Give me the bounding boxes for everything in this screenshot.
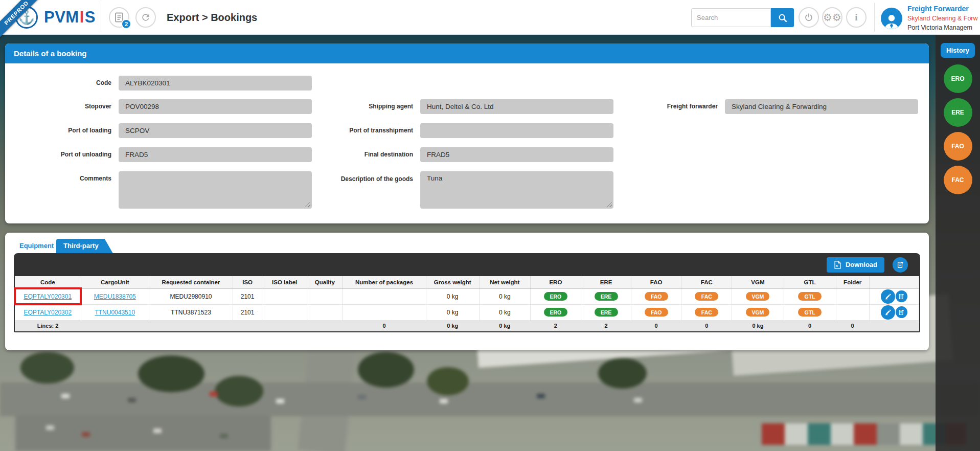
final-destination-label: Final destination (271, 147, 413, 162)
fao-pill[interactable]: FAO (645, 308, 668, 317)
excel-file-icon: x (834, 261, 841, 269)
table-row: EQPTALY020302 TTNU0043510 TTNU3871523 21… (15, 304, 919, 320)
gtl-pill[interactable]: GTL (798, 292, 822, 301)
refresh-button[interactable] (135, 7, 156, 28)
port-of-loading-label: Port of loading (5, 123, 111, 138)
app: History ERO ERE FAO FAC PREPROD ⚓ PVMIS … (0, 0, 980, 451)
search-icon (778, 13, 787, 22)
col-number-of-packages: Number of packages (343, 276, 426, 288)
col-requested-container: Requested container (149, 276, 233, 288)
col-iso-label: ISO label (262, 276, 307, 288)
col-ere: ERE (581, 276, 631, 288)
status-badge-ere[interactable]: ERE (944, 98, 972, 127)
new-document-button[interactable] (893, 257, 908, 273)
edit-row-button[interactable] (881, 305, 895, 320)
cargounit-link[interactable]: TTNU0043510 (95, 309, 135, 316)
table-row: EQPTALY020301 MEDU1838705 MEDU2980910 21… (15, 288, 919, 304)
vgm-pill[interactable]: VGM (746, 308, 769, 317)
user-block[interactable]: Freight Forwarder Skyland Clearing & For… (907, 4, 980, 33)
col-fac: FAC (681, 276, 732, 288)
ero-pill[interactable]: ERO (544, 292, 567, 301)
description-of-goods-field[interactable]: Tuna (420, 171, 613, 209)
col-quality: Quality (307, 276, 343, 288)
row-new-document-button[interactable] (896, 306, 907, 318)
logout-button[interactable] (799, 7, 819, 28)
info-icon: i (855, 12, 857, 23)
ere-pill[interactable]: ERE (595, 292, 618, 301)
gtl-pill[interactable]: GTL (798, 308, 822, 317)
documents-button[interactable]: 2 (109, 7, 129, 28)
equipment-code-link[interactable]: EQPTALY020302 (24, 309, 72, 316)
col-cargounit: CargoUnit (81, 276, 149, 288)
header-divider-2 (874, 3, 875, 32)
stopover-label: Stopover (5, 99, 111, 114)
status-badge-ero[interactable]: ERO (944, 64, 972, 93)
port-of-unloading-label: Port of unloading (5, 147, 111, 162)
port-of-transshipment-label: Port of transshipment (271, 123, 413, 138)
ere-pill[interactable]: ERE (595, 308, 618, 317)
highlighted-code-cell: EQPTALY020301 (15, 288, 81, 304)
table-container: x Download (14, 253, 920, 332)
edit-pencil-icon (884, 293, 892, 300)
table-header-row: Code CargoUnit Requested container ISO I… (15, 276, 919, 288)
fao-pill[interactable]: FAO (645, 292, 668, 301)
status-badge-fao[interactable]: FAO (944, 132, 972, 161)
freight-forwarder-field[interactable] (725, 99, 918, 114)
gears-icon: ⚙⚙︎ (823, 12, 841, 22)
code-field[interactable] (119, 76, 312, 91)
power-icon (804, 13, 813, 22)
new-document-icon (898, 309, 904, 315)
lines-count: Lines: 2 (15, 320, 81, 331)
description-of-goods-label: Description of the goods (271, 171, 413, 183)
download-button[interactable]: x Download (827, 257, 884, 273)
row-new-document-button[interactable] (896, 290, 907, 302)
tab-equipment[interactable]: Equipment (19, 239, 54, 253)
header-divider (101, 3, 101, 32)
fac-pill[interactable]: FAC (695, 308, 718, 317)
equipment-panel: Equipment Third-party x Download (5, 233, 929, 350)
totals-row: Lines: 2 0 0 kg 0 kg 2 2 0 0 0 kg (15, 320, 919, 331)
page-title: Export > Bookings (167, 0, 257, 35)
settings-button[interactable]: ⚙⚙︎ (822, 7, 842, 28)
fac-pill[interactable]: FAC (695, 292, 718, 301)
col-code: Code (15, 276, 81, 288)
history-button[interactable]: History (941, 43, 975, 58)
svg-text:x: x (836, 264, 838, 268)
shipping-agent-label: Shipping agent (271, 99, 413, 114)
vgm-pill[interactable]: VGM (746, 292, 769, 301)
comments-label: Comments (5, 171, 111, 186)
info-button[interactable]: i (846, 7, 867, 28)
col-gtl: GTL (784, 276, 836, 288)
code-label: Code (5, 76, 111, 91)
user-organization: Port Victoria Managem (907, 23, 980, 32)
col-ero: ERO (530, 276, 581, 288)
col-iso: ISO (233, 276, 262, 288)
brand-text: PVMIS (44, 8, 96, 27)
col-fao: FAO (631, 276, 681, 288)
new-document-icon (897, 261, 904, 268)
final-destination-field[interactable] (420, 147, 613, 162)
status-badge-fac[interactable]: FAC (944, 166, 972, 194)
history-sidebar: History ERO ERE FAO FAC (936, 35, 980, 451)
freight-forwarder-label: Freight forwarder (567, 99, 718, 114)
avatar[interactable] (881, 8, 902, 29)
tab-third-party[interactable]: Third-party (56, 239, 113, 253)
edit-row-button[interactable] (881, 289, 895, 304)
search-input[interactable] (691, 8, 771, 27)
col-vgm: VGM (732, 276, 784, 288)
port-of-transshipment-field[interactable] (420, 123, 613, 138)
table-toolbar: x Download (15, 253, 919, 276)
col-folder: Folder (836, 276, 869, 288)
document-count-badge: 2 (121, 19, 131, 29)
user-role: Freight Forwarder (907, 4, 980, 14)
col-actions (869, 276, 919, 288)
search-group (691, 8, 794, 27)
top-header: PREPROD ⚓ PVMIS 2 Export > Bookings (0, 0, 980, 35)
search-button[interactable] (771, 8, 794, 27)
col-net-weight: Net weight (479, 276, 530, 288)
refresh-icon (141, 12, 151, 22)
cargounit-link[interactable]: MEDU1838705 (94, 293, 136, 300)
equipment-code-link[interactable]: EQPTALY020301 (24, 293, 72, 300)
new-document-icon (898, 294, 904, 300)
ero-pill[interactable]: ERO (544, 308, 567, 317)
